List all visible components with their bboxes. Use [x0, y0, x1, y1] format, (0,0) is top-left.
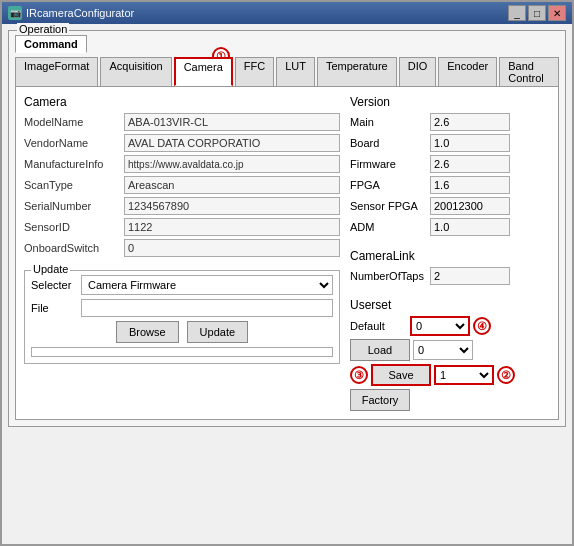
tab-command[interactable]: Command — [15, 35, 87, 53]
version-sensor-fpga-label: Sensor FPGA — [350, 200, 430, 212]
version-adm-value: 1.0 — [430, 218, 510, 236]
sensor-id-label: SensorID — [24, 221, 124, 233]
version-fpga-label: FPGA — [350, 179, 430, 191]
field-scan-type: ScanType Areascan — [24, 176, 340, 194]
version-adm-label: ADM — [350, 221, 430, 233]
right-panel: Version Main 2.6 Board 1.0 Firmware 2.6 — [350, 95, 550, 411]
update-group: Update Selecter Camera Firmware File — [24, 270, 340, 364]
save-dropdown[interactable]: 0 1 2 — [434, 365, 494, 385]
tab-row-2: ImageFormat Acquisition Camera ① FFC LUT… — [15, 57, 559, 87]
version-adm: ADM 1.0 — [350, 218, 550, 236]
app-icon: 📷 — [8, 6, 22, 20]
title-bar-buttons: _ □ ✕ — [508, 5, 566, 21]
field-sensor-id: SensorID 1122 — [24, 218, 340, 236]
field-serial-number: SerialNumber 1234567890 — [24, 197, 340, 215]
file-input[interactable] — [81, 299, 333, 317]
minimize-button[interactable]: _ — [508, 5, 526, 21]
badge-4: ④ — [473, 317, 491, 335]
load-row: Load 0 1 2 — [350, 339, 550, 361]
file-row: File — [31, 299, 333, 317]
field-manufacture-info: ManufactureInfo https://www.avaldata.co.… — [24, 155, 340, 173]
scan-type-label: ScanType — [24, 179, 124, 191]
version-firmware-label: Firmware — [350, 158, 430, 170]
manufacture-info-value: https://www.avaldata.co.jp — [124, 155, 340, 173]
browse-button[interactable]: Browse — [116, 321, 179, 343]
operation-group: Operation Command ImageFormat Acquisitio… — [8, 30, 566, 427]
camera-section: Camera ModelName ABA-013VIR-CL VendorNam… — [24, 95, 340, 260]
operation-label: Operation — [17, 23, 69, 35]
window-title: IRcameraConfigurator — [26, 7, 134, 19]
version-main: Main 2.6 — [350, 113, 550, 131]
selecter-dropdown[interactable]: Camera Firmware — [81, 275, 333, 295]
field-onboard-switch: OnboardSwitch 0 — [24, 239, 340, 257]
save-button[interactable]: Save — [371, 364, 431, 386]
version-sensor-fpga: Sensor FPGA 20012300 — [350, 197, 550, 215]
tab-ffc[interactable]: FFC — [235, 57, 274, 86]
content-area: Operation Command ImageFormat Acquisitio… — [2, 24, 572, 544]
onboard-switch-value: 0 — [124, 239, 340, 257]
title-bar-text: 📷 IRcameraConfigurator — [8, 6, 134, 20]
serial-number-value: 1234567890 — [124, 197, 340, 215]
camera-section-title: Camera — [24, 95, 340, 109]
tab-camera[interactable]: Camera — [174, 57, 233, 86]
badge-2: ② — [497, 366, 515, 384]
field-model-name: ModelName ABA-013VIR-CL — [24, 113, 340, 131]
tab-content: Camera ModelName ABA-013VIR-CL VendorNam… — [15, 87, 559, 420]
number-of-taps-row: NumberOfTaps 2 — [350, 267, 550, 285]
version-main-value: 2.6 — [430, 113, 510, 131]
update-button[interactable]: Update — [187, 321, 248, 343]
selecter-label: Selecter — [31, 279, 81, 291]
factory-row: Factory — [350, 389, 550, 411]
model-name-label: ModelName — [24, 116, 124, 128]
userset-section-title: Userset — [350, 298, 550, 312]
save-row: ③ Save 0 1 2 ② — [350, 364, 550, 386]
version-board-value: 1.0 — [430, 134, 510, 152]
cameralink-section-title: CameraLink — [350, 249, 550, 263]
default-dropdown[interactable]: 0 1 2 — [410, 316, 470, 336]
number-of-taps-label: NumberOfTaps — [350, 270, 430, 282]
selecter-row: Selecter Camera Firmware — [31, 275, 333, 295]
update-label: Update — [31, 263, 70, 275]
onboard-switch-label: OnboardSwitch — [24, 242, 124, 254]
default-label: Default — [350, 320, 410, 332]
tab-image-format[interactable]: ImageFormat — [15, 57, 98, 86]
userset-section: Userset Default 0 1 2 ④ — [350, 298, 550, 411]
main-window: 📷 IRcameraConfigurator _ □ ✕ Operation C… — [0, 0, 574, 546]
version-section-title: Version — [350, 95, 550, 109]
tab-band-control[interactable]: Band Control — [499, 57, 559, 86]
tab-encoder[interactable]: Encoder — [438, 57, 497, 86]
left-panel: Camera ModelName ABA-013VIR-CL VendorNam… — [24, 95, 340, 411]
tab-acquisition[interactable]: Acquisition — [100, 57, 171, 86]
field-vendor-name: VendorName AVAL DATA CORPORATIO — [24, 134, 340, 152]
browse-update-row: Browse Update — [31, 321, 333, 343]
vendor-name-value: AVAL DATA CORPORATIO — [124, 134, 340, 152]
serial-number-label: SerialNumber — [24, 200, 124, 212]
version-main-label: Main — [350, 116, 430, 128]
version-sensor-fpga-value: 20012300 — [430, 197, 510, 215]
cameralink-section: CameraLink NumberOfTaps 2 — [350, 249, 550, 288]
load-dropdown[interactable]: 0 1 2 — [413, 340, 473, 360]
version-board: Board 1.0 — [350, 134, 550, 152]
factory-button[interactable]: Factory — [350, 389, 410, 411]
sensor-id-value: 1122 — [124, 218, 340, 236]
version-board-label: Board — [350, 137, 430, 149]
maximize-button[interactable]: □ — [528, 5, 546, 21]
vendor-name-label: VendorName — [24, 137, 124, 149]
version-firmware-value: 2.6 — [430, 155, 510, 173]
model-name-value: ABA-013VIR-CL — [124, 113, 340, 131]
tab-lut[interactable]: LUT — [276, 57, 315, 86]
version-fpga-value: 1.6 — [430, 176, 510, 194]
version-section: Version Main 2.6 Board 1.0 Firmware 2.6 — [350, 95, 550, 239]
progress-bar — [31, 347, 333, 357]
file-label: File — [31, 302, 81, 314]
tab-dio[interactable]: DIO — [399, 57, 437, 86]
tab-row-1: Command — [15, 35, 559, 53]
load-button[interactable]: Load — [350, 339, 410, 361]
version-fpga: FPGA 1.6 — [350, 176, 550, 194]
close-button[interactable]: ✕ — [548, 5, 566, 21]
badge-3: ③ — [350, 366, 368, 384]
default-row: Default 0 1 2 ④ — [350, 316, 550, 336]
tab-temperature[interactable]: Temperature — [317, 57, 397, 86]
number-of-taps-value: 2 — [430, 267, 510, 285]
scan-type-value: Areascan — [124, 176, 340, 194]
